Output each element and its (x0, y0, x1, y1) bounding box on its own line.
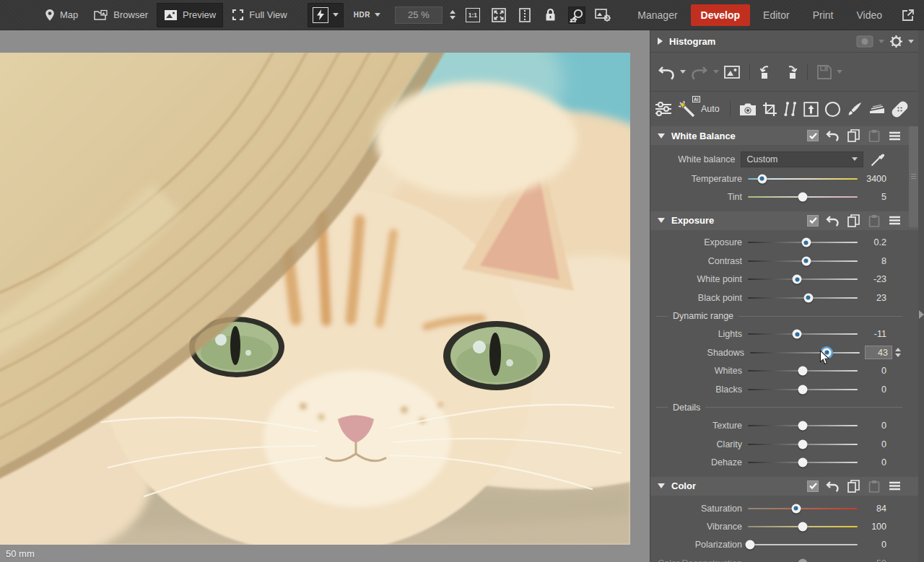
eyedropper-icon[interactable] (869, 151, 886, 168)
slider-value-input-shadows[interactable]: 43 (865, 346, 892, 359)
adjustments-sliders-icon[interactable] (653, 100, 674, 118)
exposure-header[interactable]: Exposure (650, 211, 924, 230)
slider-handle-color-reconstruction[interactable] (798, 558, 808, 562)
panel-collapse-strip[interactable] (918, 30, 924, 562)
perspective-tool-icon[interactable] (802, 100, 820, 118)
undock-button[interactable] (899, 6, 917, 24)
soft-proofing-icon[interactable] (856, 35, 873, 48)
slider-handle-temperature[interactable] (757, 174, 767, 183)
chevron-down-icon[interactable] (908, 40, 914, 43)
slider-track-texture[interactable] (748, 425, 858, 426)
section-paste-icon[interactable] (867, 478, 881, 494)
section-copy-icon[interactable] (846, 128, 861, 144)
lock-button[interactable] (542, 6, 559, 24)
color-header[interactable]: Color (650, 477, 924, 496)
chevron-down-icon[interactable] (333, 13, 339, 17)
value-stepper[interactable] (895, 348, 901, 357)
browser-button[interactable]: Browser (87, 3, 155, 27)
slider-handle-saturation[interactable] (791, 504, 801, 513)
section-reset-icon[interactable] (824, 128, 840, 143)
undo-button[interactable] (656, 63, 676, 82)
fit-to-screen-button[interactable] (490, 6, 507, 24)
slider-track-temperature[interactable] (748, 178, 858, 180)
slider-track-exposure[interactable] (748, 242, 858, 243)
white-balance-dropdown[interactable]: Custom (741, 152, 863, 167)
compare-button[interactable] (568, 6, 585, 24)
slider-track-whites[interactable] (748, 370, 858, 372)
slider-handle-polarization[interactable] (746, 540, 755, 550)
auto-button[interactable]: Auto (701, 104, 720, 114)
radial-filter-icon[interactable] (823, 100, 842, 119)
slider-handle-texture[interactable] (798, 421, 808, 431)
slider-track-tint[interactable] (748, 196, 858, 198)
tab-editor[interactable]: Editor (753, 4, 800, 26)
white-balance-header[interactable]: White Balance (650, 126, 924, 145)
slider-handle-clarity[interactable] (798, 439, 808, 449)
chevron-down-icon[interactable] (879, 40, 884, 43)
chevron-down-icon[interactable] (713, 70, 719, 74)
slider-track-dehaze[interactable] (748, 462, 858, 463)
section-paste-icon[interactable] (867, 213, 881, 229)
slider-handle-dehaze[interactable] (798, 458, 808, 467)
slider-handle-tint[interactable] (798, 193, 808, 202)
preview-button[interactable]: Preview (157, 3, 223, 27)
tab-manager[interactable]: Manager (627, 4, 687, 26)
photo-preview[interactable] (0, 53, 630, 545)
brush-tool-icon[interactable] (845, 100, 864, 118)
slider-track-blacks[interactable] (748, 389, 858, 390)
chevron-down-icon[interactable] (837, 70, 842, 74)
slider-handle-lights[interactable] (793, 330, 802, 339)
section-enabled-checkbox[interactable] (807, 215, 819, 227)
auto-enhance-wand-icon[interactable]: AI (676, 99, 698, 119)
tab-video[interactable]: Video (846, 4, 892, 26)
gear-icon[interactable] (889, 35, 903, 48)
map-button[interactable]: Map (38, 3, 85, 27)
quick-edits-button[interactable] (308, 3, 344, 27)
split-preview-button[interactable] (516, 6, 533, 24)
slider-handle-whites[interactable] (798, 366, 808, 376)
panel-scrollbar[interactable] (909, 126, 918, 227)
original-preview-button[interactable] (723, 64, 741, 80)
camera-settings-icon[interactable] (738, 101, 758, 118)
slider-handle-exposure[interactable] (801, 238, 811, 247)
slider-track-contrast[interactable] (748, 260, 858, 262)
slider-track-vibrance[interactable] (748, 526, 858, 527)
preview-settings-button[interactable] (594, 6, 611, 24)
slider-handle-black-point[interactable] (803, 293, 813, 302)
gradient-filter-icon[interactable] (867, 101, 887, 117)
slider-track-polarization[interactable] (748, 544, 858, 545)
healing-bandage-icon[interactable] (890, 100, 910, 119)
redo-button[interactable] (689, 63, 710, 82)
section-menu-icon[interactable] (887, 130, 902, 142)
slider-track-white-point[interactable] (748, 278, 858, 280)
slider-handle-white-point[interactable] (793, 275, 802, 284)
slider-handle-vibrance[interactable] (798, 522, 808, 531)
section-menu-icon[interactable] (887, 214, 902, 227)
save-button[interactable] (816, 63, 833, 81)
hdr-button[interactable]: HDR (354, 11, 370, 19)
section-enabled-checkbox[interactable] (807, 480, 819, 492)
crop-tool-icon[interactable] (761, 100, 779, 118)
zoom-stepper[interactable] (450, 10, 456, 19)
slider-handle-contrast[interactable] (801, 256, 811, 265)
slider-track-saturation[interactable] (748, 508, 858, 509)
section-reset-icon[interactable] (824, 214, 840, 228)
section-reset-icon[interactable] (824, 479, 840, 493)
section-copy-icon[interactable] (846, 213, 861, 229)
tab-print[interactable]: Print (803, 4, 844, 26)
chevron-down-icon[interactable] (680, 70, 686, 74)
tab-develop[interactable]: Develop (691, 4, 750, 26)
slider-handle-blacks[interactable] (798, 385, 808, 394)
one-to-one-button[interactable]: 1:1 (464, 6, 481, 24)
section-copy-icon[interactable] (846, 478, 861, 494)
zoom-level-input[interactable]: 25 % (395, 6, 443, 24)
chevron-down-icon[interactable] (375, 13, 380, 17)
slider-track-shadows[interactable] (750, 352, 860, 354)
slider-track-lights[interactable] (748, 333, 858, 335)
histogram-header[interactable]: Histogram (650, 30, 924, 53)
straighten-lines-icon[interactable] (782, 100, 799, 118)
rotate-left-button[interactable] (758, 63, 777, 82)
section-enabled-checkbox[interactable] (807, 130, 819, 141)
slider-track-clarity[interactable] (748, 444, 858, 445)
section-menu-icon[interactable] (887, 480, 902, 492)
